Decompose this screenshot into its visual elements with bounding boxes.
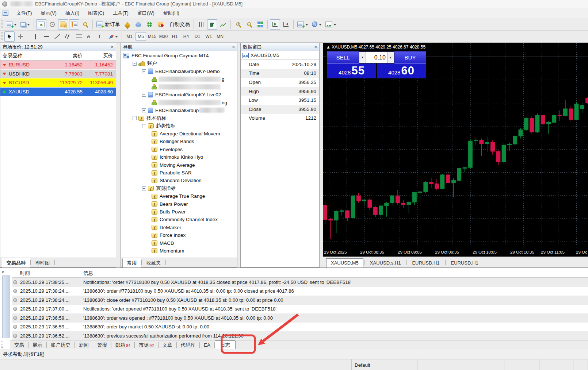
vertical-line-tool-button[interactable] <box>30 31 41 42</box>
new-order-button[interactable]: +新订单 <box>95 19 122 30</box>
period-selector-button[interactable] <box>310 19 323 30</box>
journal-row-7[interactable]: 2025.10.29 17:36:52....'1388630': previo… <box>12 331 588 340</box>
volume-input[interactable]: 0.10 <box>366 52 387 63</box>
auto-trading-button[interactable]: 自动交易 <box>166 19 191 30</box>
collapse-icon[interactable]: − <box>142 186 146 190</box>
collapse-icon[interactable]: − <box>133 116 137 120</box>
candlestick-mode-button[interactable] <box>207 19 217 30</box>
market-watch-row-usdhkd[interactable]: USDHKD7.769837.77081 <box>0 70 116 79</box>
channel-tool-button[interactable] <box>63 31 73 42</box>
tree-item-standard-deviation[interactable]: fStandard Deviation <box>121 177 237 184</box>
chart-mdi-icon[interactable] <box>3 11 8 16</box>
zoom-in-button[interactable] <box>233 19 243 30</box>
market-watch-row-btcusd[interactable]: BTCUSD113029.72113056.49 <box>0 78 116 88</box>
tree-item-moving-average[interactable]: fMoving Average <box>121 161 237 169</box>
market-watch-tab-1[interactable]: 交易品种 <box>2 258 30 268</box>
shapes-tool-button[interactable] <box>107 31 119 42</box>
chevron-down-icon[interactable] <box>27 24 30 27</box>
terminal-tab-交易[interactable]: 交易 <box>10 341 28 350</box>
terminal-tab-新闻[interactable]: 新闻 <box>75 341 93 350</box>
auto-scroll-button[interactable] <box>270 19 280 30</box>
tree-item-momentum[interactable]: fMomentum <box>121 247 237 255</box>
tile-windows-button[interactable] <box>255 19 265 30</box>
tree-item-account-6[interactable]: ng <box>121 99 237 106</box>
tree-item-bulls-power[interactable]: fBulls Power <box>121 208 237 216</box>
tree-item-demarker[interactable]: fDeMarker <box>121 224 237 231</box>
volume-increase-button[interactable]: ▲ <box>387 52 394 63</box>
column-ask[interactable]: 买价 <box>85 53 116 59</box>
tree-item-bollinger-bands[interactable]: fBollinger Bands <box>121 138 237 145</box>
terminal-tab-警报[interactable]: 警报 <box>93 341 111 350</box>
buy-button[interactable]: BUY <box>394 51 426 63</box>
terminal-tab-展示[interactable]: 展示 <box>28 341 46 350</box>
tree-item-ebcfinancialgroupky-live02[interactable]: −EBCFinancialGroupKY-Live02 <box>121 91 237 99</box>
timeframe-h1[interactable]: H1 <box>169 32 180 41</box>
menu-item-4[interactable]: 图表(C) <box>84 8 108 18</box>
collapse-icon[interactable]: − <box>142 69 146 73</box>
column-time[interactable]: 时间 <box>12 269 81 277</box>
cursor-tool-button[interactable] <box>4 31 15 42</box>
chart-tab-1[interactable]: XAUUSD,M5 <box>326 258 363 268</box>
bar-chart-mode-button[interactable] <box>196 19 206 30</box>
strategy-tester-button[interactable] <box>80 19 90 30</box>
market-watch-tab-2[interactable]: 即时图 <box>31 258 54 268</box>
timeframe-mn[interactable]: MN <box>215 32 225 41</box>
tree-item-average-directional-movem[interactable]: fAverage Directional Movem <box>121 130 237 138</box>
navigator-tab-2[interactable]: 收藏夹 <box>142 258 165 268</box>
market-watch-row-xauusd[interactable]: XAUUSD4028.554028.60 <box>0 88 116 97</box>
menu-item-5[interactable]: 工具(T) <box>108 8 133 18</box>
mql5-community-button[interactable] <box>122 19 133 30</box>
tree-item-技术指标[interactable]: −f技术指标 <box>121 114 237 122</box>
timeframe-m15[interactable]: M15 <box>147 32 157 41</box>
chart-window[interactable]: ▲ XAUUSD,M5 4027.65 4029.25 4026.67 4028… <box>323 43 588 267</box>
menu-item-7[interactable]: 帮助(H) <box>159 8 184 18</box>
menu-item-6[interactable]: 窗口(W) <box>133 8 159 18</box>
expand-icon[interactable]: + <box>142 108 146 112</box>
collapse-icon[interactable]: − <box>142 124 146 128</box>
chart-tab-4[interactable]: EURUSD,H1 <box>446 258 483 268</box>
collapse-icon[interactable]: ▲ <box>326 45 331 50</box>
tree-item-ebcfinancialgroupky-demo[interactable]: −EBCFinancialGroupKY-Demo <box>121 68 237 75</box>
profiles-button[interactable] <box>19 19 31 30</box>
indicators-list-button[interactable]: + <box>296 19 310 30</box>
tree-item-account-3[interactable]: g <box>121 75 237 83</box>
chevron-down-icon[interactable] <box>305 24 308 27</box>
journal-row-6[interactable]: 2025.10.29 17:36:59....'1388630': order … <box>12 323 588 332</box>
menu-item-2[interactable]: 显示(V) <box>37 8 61 18</box>
sell-price[interactable]: 4028 55 <box>327 63 377 78</box>
chevron-down-icon[interactable] <box>319 24 322 27</box>
column-message[interactable]: 信息 <box>81 270 93 277</box>
menu-item-3[interactable]: 插入(I) <box>61 8 84 18</box>
buy-price[interactable]: 4028 60 <box>377 63 426 78</box>
journal-row-3[interactable]: 2025.10.29 17:38:24....'1388630': close … <box>12 296 588 305</box>
crosshair-tool-button[interactable] <box>15 31 26 42</box>
market-button[interactable] <box>155 19 165 30</box>
terminal-tab-文章[interactable]: 文章 <box>159 341 176 350</box>
market-watch-toggle-button[interactable] <box>36 19 46 30</box>
market-watch-row-eurusd[interactable]: EURUSD1.164521.16452 <box>0 61 116 70</box>
zoom-out-button[interactable] <box>244 19 254 30</box>
journal-row-2[interactable]: 2025.10.29 17:38:24....'1388630': order … <box>12 287 588 296</box>
terminal-tab-代码库[interactable]: 代码库 <box>177 341 200 350</box>
terminal-tab-市场[interactable]: 市场92 <box>135 341 158 350</box>
terminal-tab-账户历史[interactable]: 账户历史 <box>47 341 75 350</box>
timeframe-h4[interactable]: H4 <box>181 32 191 41</box>
timeframe-m5[interactable]: M5 <box>135 32 146 41</box>
timeframe-m1[interactable]: M1 <box>124 32 135 41</box>
sell-button[interactable]: SELL <box>327 51 359 63</box>
mql5-cloud-button[interactable] <box>133 19 144 30</box>
menu-item-1[interactable]: 文件(F) <box>12 8 37 18</box>
navigator-toggle-button[interactable] <box>58 19 68 30</box>
timeframe-m30[interactable]: M30 <box>158 32 169 41</box>
fibonacci-tool-button[interactable] <box>74 31 84 42</box>
close-icon[interactable]: × <box>111 45 114 49</box>
tree-item-震荡指标[interactable]: −f震荡指标 <box>121 185 237 192</box>
terminal-tab-ea[interactable]: EA <box>200 341 214 349</box>
chart-tab-2[interactable]: XAUUSD.s,H1 <box>365 258 406 268</box>
terminal-toggle-button[interactable] <box>69 19 79 30</box>
horizontal-line-tool-button[interactable] <box>41 31 51 42</box>
tree-item-average-true-range[interactable]: fAverage True Range <box>121 192 237 200</box>
close-icon[interactable]: × <box>232 45 235 49</box>
chevron-down-icon[interactable] <box>14 24 17 27</box>
tree-item-account-4[interactable] <box>121 83 237 91</box>
